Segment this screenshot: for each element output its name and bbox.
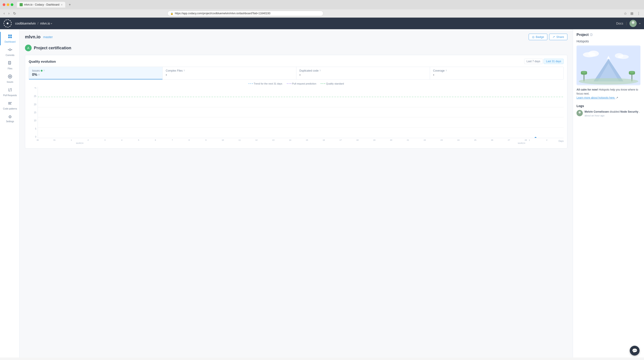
svg-rect-3 xyxy=(10,35,12,36)
metric-issues[interactable]: Issues ? 0% = xyxy=(29,67,162,79)
maximize-button[interactable] xyxy=(11,3,13,6)
code-patterns-label: Code patterns xyxy=(3,107,17,110)
x-month-march-end: MARCH xyxy=(518,142,525,144)
sidebar-item-commits[interactable]: Commits xyxy=(0,45,19,59)
log-user-avatar xyxy=(576,110,583,116)
sidebar-item-code-patterns[interactable]: Code patterns xyxy=(0,99,19,112)
gridline-10 xyxy=(38,117,564,117)
duplicated-code-text: Duplicated code xyxy=(300,69,319,72)
back-button[interactable]: ‹ xyxy=(3,11,6,15)
legend-pr: Pull request prediction xyxy=(287,82,316,85)
quality-evolution-card: Quality evolution Last 7 days Last 31 da… xyxy=(25,55,568,148)
hotspot-message: All calm for now! Hotspots help you know… xyxy=(576,88,640,100)
svg-point-14 xyxy=(9,76,11,77)
complex-files-help-icon[interactable]: ? xyxy=(184,70,185,72)
share-button[interactable]: ↗ Share xyxy=(549,34,568,40)
last-31-days-button[interactable]: Last 31 days xyxy=(544,59,564,64)
metric-duplicated-code[interactable]: Duplicated code ? - xyxy=(296,67,430,79)
issues-trend-icon: = xyxy=(38,73,40,76)
svg-point-38 xyxy=(578,111,581,113)
branch-link[interactable]: master xyxy=(43,35,53,39)
metric-complex-files[interactable]: Complex Files ? - xyxy=(162,67,296,79)
page-header: mlvn.io master ◎ Badge ↗ Share xyxy=(25,34,568,40)
app-body: Dashboard Commits Files Issues xyxy=(0,29,644,357)
breadcrumb-user[interactable]: coolbluemelvin xyxy=(15,22,36,25)
logo-inner xyxy=(7,23,8,24)
window-controls xyxy=(3,3,13,6)
y-label-percent: % xyxy=(34,87,36,89)
badge-button-label: Badge xyxy=(536,35,544,39)
quality-line-icon xyxy=(321,83,325,84)
coverage-help-icon[interactable]: ? xyxy=(446,70,447,72)
breadcrumb-caret-icon: ▾ xyxy=(51,22,52,25)
y-label-20: 20 xyxy=(34,103,36,106)
sidebar-item-dashboard[interactable]: Dashboard xyxy=(0,32,19,45)
svg-point-36 xyxy=(579,78,638,85)
page-actions: ◎ Badge ↗ Share xyxy=(529,34,568,40)
external-link-icon: ↗ xyxy=(616,96,618,99)
dashboard-label: Dashboard xyxy=(5,41,16,43)
url-text: https://app.codacy.com/project/coolbluem… xyxy=(175,12,320,15)
sidebar-item-settings[interactable]: ⚙ Settings xyxy=(0,112,19,125)
badge-button[interactable]: ◎ Badge xyxy=(529,34,548,40)
sidebar-item-issues[interactable]: Issues xyxy=(0,72,19,85)
x-label-31: 31 xyxy=(54,139,56,141)
duplicated-code-help-icon[interactable]: ? xyxy=(320,70,321,72)
chart-plot xyxy=(38,87,564,138)
chart-legend: Trend for the next 31 days Pull request … xyxy=(29,82,564,85)
x-label-28: 28 xyxy=(525,139,527,141)
x-label-1b: 1 xyxy=(529,139,530,141)
browser-chrome: mlvn.io - Codacy - Dashboard ✕ + ‹ › ↻ 🔒… xyxy=(0,0,644,18)
active-tab[interactable]: mlvn.io - Codacy - Dashboard ✕ xyxy=(17,2,65,8)
page-title: mlvn.io xyxy=(25,34,40,40)
sidebar-item-files[interactable]: Files xyxy=(0,59,19,72)
avatar-caret-icon[interactable]: ▾ xyxy=(639,22,640,25)
refresh-button[interactable]: ↻ xyxy=(12,11,17,16)
dashboard-icon xyxy=(8,34,12,40)
log-timestamp: about an hour ago xyxy=(584,114,640,117)
duplicated-code-label: Duplicated code ? xyxy=(300,69,427,72)
share-button-label: Share xyxy=(556,35,564,39)
forward-button[interactable]: › xyxy=(7,11,10,15)
x-label-6: 6 xyxy=(155,139,156,141)
new-tab-button[interactable]: + xyxy=(67,3,72,7)
issues-help-icon[interactable]: ? xyxy=(44,70,45,72)
x-label-3: 3 xyxy=(104,139,106,141)
x-label-14: 14 xyxy=(289,139,291,141)
svg-rect-4 xyxy=(8,37,10,38)
lock-icon: 🔒 xyxy=(170,12,174,15)
chat-icon: 💬 xyxy=(632,348,638,353)
quality-label: Quality standard xyxy=(326,82,344,85)
settings-label: Settings xyxy=(6,120,14,123)
cert-icon: A xyxy=(25,45,32,51)
x-label-21: 21 xyxy=(407,139,409,141)
x-label-5: 5 xyxy=(138,139,139,141)
x-label-8: 8 xyxy=(188,139,190,141)
tab-favicon xyxy=(20,3,23,6)
user-avatar[interactable] xyxy=(630,20,637,27)
right-panel: Project ⓘ Hotspots xyxy=(573,29,644,357)
main-content: mlvn.io master ◎ Badge ↗ Share xyxy=(20,29,573,357)
issues-number: 0% xyxy=(32,73,37,77)
url-bar[interactable]: 🔒 https://app.codacy.com/project/coolblu… xyxy=(168,11,323,16)
hotspot-learn-more-link[interactable]: Learn more about hotspots here. xyxy=(576,96,615,99)
gridline-5 xyxy=(38,127,564,128)
browser-titlebar: mlvn.io - Codacy - Dashboard ✕ + xyxy=(0,0,644,9)
last-7-days-button[interactable]: Last 7 days xyxy=(524,59,543,64)
tab-close-button[interactable]: ✕ xyxy=(61,4,62,6)
menu-button[interactable]: ⋮ xyxy=(636,11,641,16)
minimize-button[interactable] xyxy=(7,3,9,6)
bookmark-button[interactable]: ☆ xyxy=(623,11,628,16)
metric-coverage[interactable]: Coverage ? - xyxy=(430,67,564,79)
sidebar-item-pull-requests[interactable]: Pull Requests xyxy=(0,85,19,99)
date-filter: Last 7 days Last 31 days xyxy=(524,59,564,64)
docs-link[interactable]: Docs xyxy=(616,22,623,25)
extensions-button[interactable]: ⊞ xyxy=(630,11,634,16)
x-label-30: 30 xyxy=(36,139,39,141)
y-label-5: 5 xyxy=(35,128,36,130)
project-info-icon[interactable]: ⓘ xyxy=(590,33,592,37)
close-button[interactable] xyxy=(3,3,5,6)
legend-trend: Trend for the next 31 days xyxy=(248,82,282,85)
breadcrumb-project[interactable]: mlvn.io ▾ xyxy=(40,22,52,25)
chat-bubble-button[interactable]: 💬 xyxy=(630,346,640,355)
